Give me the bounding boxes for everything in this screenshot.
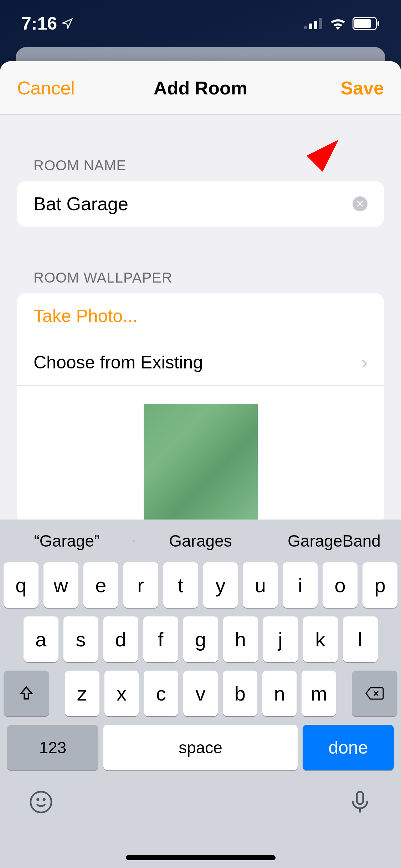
- status-time-group: 7:16: [21, 13, 73, 34]
- key-t[interactable]: t: [163, 562, 198, 608]
- take-photo-row[interactable]: Take Photo...: [17, 293, 384, 339]
- key-shift[interactable]: [4, 671, 49, 716]
- save-button[interactable]: Save: [341, 77, 384, 99]
- microphone-icon: [348, 790, 372, 815]
- svg-rect-2: [314, 21, 317, 29]
- wallpaper-preview-area: [17, 386, 384, 525]
- key-q[interactable]: q: [4, 562, 38, 608]
- svg-rect-0: [304, 26, 307, 29]
- key-s[interactable]: s: [63, 616, 98, 662]
- key-w[interactable]: w: [43, 562, 78, 608]
- svg-point-10: [43, 799, 45, 800]
- keyboard-bottom-row: [0, 779, 401, 837]
- clear-text-button[interactable]: [353, 196, 367, 211]
- keyboard-row-4: 123 space done: [4, 725, 397, 770]
- navbar: Cancel Add Room Save: [0, 61, 401, 115]
- key-j[interactable]: j: [263, 616, 298, 662]
- key-done[interactable]: done: [303, 725, 394, 770]
- dictation-button[interactable]: [348, 790, 372, 816]
- annotation-arrow-icon: [285, 140, 339, 193]
- suggestion-2[interactable]: GarageBand: [267, 531, 401, 551]
- svg-rect-5: [354, 19, 371, 28]
- status-time: 7:16: [21, 13, 57, 34]
- key-v[interactable]: v: [183, 671, 218, 716]
- key-d[interactable]: d: [103, 616, 138, 662]
- chevron-right-icon: ›: [361, 352, 367, 373]
- key-123[interactable]: 123: [7, 725, 98, 770]
- keyboard-row-2: a s d f g h j k l: [4, 616, 397, 662]
- shift-icon: [18, 685, 35, 702]
- key-n[interactable]: n: [262, 671, 297, 716]
- key-u[interactable]: u: [243, 562, 278, 608]
- modal-sheet: Cancel Add Room Save ROOM NAME ROOM WALL…: [0, 61, 401, 868]
- keyboard-row-1: q w e r t y u i o p: [4, 562, 397, 608]
- home-indicator[interactable]: [126, 855, 276, 860]
- key-f[interactable]: f: [143, 616, 178, 662]
- svg-point-8: [31, 792, 51, 812]
- key-i[interactable]: i: [283, 562, 318, 608]
- choose-existing-label: Choose from Existing: [34, 352, 203, 373]
- svg-marker-7: [285, 140, 339, 193]
- key-a[interactable]: a: [24, 616, 58, 662]
- status-indicators: [304, 17, 380, 30]
- wallpaper-header: ROOM WALLPAPER: [17, 270, 384, 286]
- battery-icon: [353, 17, 380, 30]
- choose-existing-row[interactable]: Choose from Existing ›: [17, 339, 384, 386]
- key-c[interactable]: c: [144, 671, 178, 716]
- keyboard: “Garage” Garages GarageBand q w e r t y …: [0, 520, 401, 868]
- key-h[interactable]: h: [223, 616, 258, 662]
- cellular-icon: [304, 18, 323, 29]
- status-bar: 7:16: [0, 0, 401, 47]
- key-backspace[interactable]: [352, 671, 397, 716]
- key-r[interactable]: r: [123, 562, 158, 608]
- svg-rect-1: [309, 24, 312, 29]
- key-z[interactable]: z: [65, 671, 99, 716]
- key-k[interactable]: k: [303, 616, 338, 662]
- svg-rect-11: [357, 792, 363, 804]
- location-icon: [61, 17, 73, 30]
- key-o[interactable]: o: [323, 562, 358, 608]
- keyboard-row-3: z x c v b n m: [4, 671, 397, 716]
- wallpaper-card: Take Photo... Choose from Existing ›: [17, 293, 384, 525]
- key-m[interactable]: m: [302, 671, 336, 716]
- sheet-content: ROOM NAME ROOM WALLPAPER Take Photo... C…: [0, 157, 401, 525]
- key-space[interactable]: space: [103, 725, 298, 770]
- suggestion-1[interactable]: Garages: [134, 531, 267, 551]
- key-y[interactable]: y: [203, 562, 238, 608]
- emoji-icon: [29, 790, 53, 815]
- key-l[interactable]: l: [343, 616, 378, 662]
- key-x[interactable]: x: [104, 671, 139, 716]
- svg-rect-3: [319, 18, 322, 29]
- key-b[interactable]: b: [223, 671, 257, 716]
- key-g[interactable]: g: [183, 616, 218, 662]
- key-e[interactable]: e: [83, 562, 118, 608]
- cancel-button[interactable]: Cancel: [17, 77, 75, 99]
- navbar-title: Add Room: [154, 77, 247, 99]
- keyboard-suggestions: “Garage” Garages GarageBand: [0, 520, 401, 562]
- wallpaper-preview-image[interactable]: [144, 404, 258, 525]
- close-icon: [356, 200, 364, 207]
- wifi-icon: [329, 17, 347, 30]
- take-photo-label: Take Photo...: [34, 306, 138, 326]
- svg-rect-6: [377, 21, 379, 26]
- room-name-input[interactable]: [34, 193, 353, 215]
- emoji-button[interactable]: [29, 790, 53, 816]
- suggestion-0[interactable]: “Garage”: [0, 531, 134, 551]
- key-p[interactable]: p: [363, 562, 397, 608]
- svg-point-9: [37, 799, 39, 800]
- backspace-icon: [365, 686, 384, 701]
